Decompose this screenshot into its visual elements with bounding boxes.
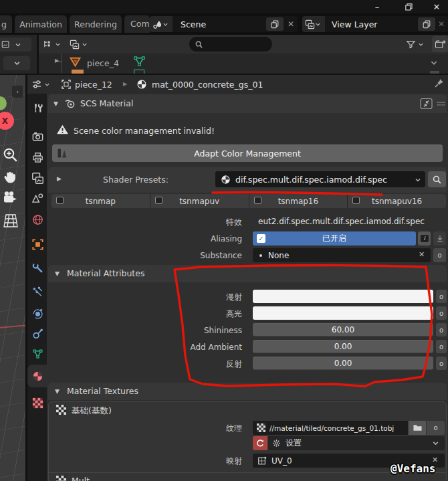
- properties-editor-type-button[interactable]: [31, 77, 55, 92]
- scs-addon-icon: [64, 98, 76, 110]
- constraints-icon: [31, 328, 44, 341]
- tab-animation[interactable]: Animation: [15, 15, 67, 33]
- outliner-filter-button[interactable]: [406, 37, 430, 52]
- clear-substance-button[interactable]: ✕: [419, 251, 425, 258]
- flag-toggle-tsnmapuv16[interactable]: tsnmapuv16: [348, 194, 446, 208]
- warning-icon: [56, 124, 69, 135]
- texture-animate-button[interactable]: o: [427, 421, 445, 435]
- substance-value-text: None: [268, 251, 289, 260]
- empty-cone-icon: [69, 56, 82, 68]
- sidebar-tab-constraints[interactable]: [29, 326, 45, 342]
- aliasing-download-button[interactable]: [433, 231, 446, 246]
- pan-tool-button[interactable]: [1, 169, 19, 187]
- sidebar-tab-material[interactable]: [29, 368, 45, 384]
- texture-reload-button[interactable]: [253, 436, 267, 450]
- panel-collapse-corner-button[interactable]: [419, 98, 433, 110]
- add-ambient-slider[interactable]: 0.00: [253, 340, 433, 353]
- left-editor-type-button[interactable]: [0, 37, 31, 52]
- gizmo-y-axis-ball[interactable]: [0, 96, 7, 110]
- minimize-button[interactable]: –: [364, 0, 390, 13]
- tab-clipped-left[interactable]: g: [0, 15, 12, 33]
- view-layer-unlink-button[interactable]: ✕: [435, 16, 447, 32]
- add-ambient-animate-button[interactable]: o: [436, 340, 447, 353]
- view-layer-type-button[interactable]: [302, 16, 325, 32]
- shader-presets-label-text: Shader Presets:: [103, 175, 169, 185]
- sidebar-tab-modifiers[interactable]: [29, 260, 45, 276]
- region-collapse-arrow[interactable]: ‹: [12, 86, 23, 98]
- pin-button[interactable]: [433, 78, 445, 90]
- shader-preset-search-button[interactable]: [428, 171, 446, 187]
- flag-toggle-tsnmapuv[interactable]: tsnmapuv: [150, 194, 249, 208]
- breadcrumb-object-text: piece_12: [75, 80, 112, 90]
- diffuse-animate-button[interactable]: o: [436, 290, 447, 303]
- sidebar-tab-view-layer[interactable]: [29, 170, 45, 186]
- scene-unlink-button[interactable]: ✕: [285, 16, 297, 32]
- outliner-search-input[interactable]: [189, 37, 272, 52]
- diffuse-color-swatch[interactable]: [253, 290, 433, 303]
- texture-path-text: //material/tiled/concrete_gs_01.tobj: [269, 424, 394, 432]
- adapt-color-management-button[interactable]: Adapt Color Management: [52, 145, 443, 162]
- subpanel-expand-arrow[interactable]: ▶: [57, 175, 62, 182]
- new-collection-button[interactable]: [432, 36, 448, 52]
- outliner-object-name[interactable]: piece_4: [87, 58, 119, 68]
- scene-copy-button[interactable]: [266, 17, 284, 31]
- scene-tab-icon: [31, 192, 44, 205]
- texture-path-field[interactable]: //material/tiled/concrete_gs_01.tobj: [253, 421, 408, 435]
- substance-dropdown[interactable]: None ✕: [253, 248, 431, 262]
- sidebar-tab-output[interactable]: [29, 149, 45, 165]
- texture-slot-title-text: 基础(基数): [72, 405, 112, 415]
- reflection-animate-button[interactable]: o: [436, 357, 447, 370]
- scene-name: Scene: [181, 19, 206, 29]
- view-layer-copy-button[interactable]: [418, 17, 435, 31]
- texture-settings-dropdown[interactable]: 设置: [268, 436, 445, 450]
- breadcrumb-material[interactable]: mat_0000_concrete_gs_01: [152, 80, 263, 90]
- outliner-display-mode-button[interactable]: [43, 37, 67, 52]
- sidebar-tab-texture[interactable]: [29, 395, 45, 411]
- flag-toggle-tsnmap[interactable]: tsnmap: [51, 194, 150, 208]
- texture-browse-button[interactable]: [409, 421, 426, 435]
- panel-collapse-arrow[interactable]: ▼: [55, 388, 60, 395]
- ortho-toggle-button[interactable]: [2, 212, 19, 229]
- sidebar-tab-tool[interactable]: [29, 100, 45, 116]
- breadcrumb-object[interactable]: piece_12: [75, 80, 112, 90]
- restore-button[interactable]: [396, 0, 421, 13]
- scene-type-button[interactable]: [150, 16, 173, 32]
- left-editor-dropdown-button[interactable]: [3, 56, 30, 70]
- substance-animate-button[interactable]: o: [433, 248, 446, 262]
- flag-toggle-tsnmap16[interactable]: tsnmap16: [249, 194, 348, 208]
- checkbox-icon: [254, 197, 261, 204]
- tab-compositing-clipped[interactable]: Com: [124, 15, 150, 33]
- zoom-icon: [1, 146, 19, 164]
- panel-collapse-arrow[interactable]: ▼: [55, 270, 60, 277]
- sidebar-tab-physics[interactable]: [29, 305, 45, 321]
- wrench-icon: [31, 262, 44, 274]
- shininess-slider[interactable]: 60.00: [253, 323, 433, 336]
- gizmo-x-axis-ball[interactable]: X: [0, 112, 14, 130]
- specular-animate-button[interactable]: o: [436, 306, 447, 320]
- sidebar-tab-object-data[interactable]: [29, 346, 45, 362]
- panel-grip-handle[interactable]: [437, 100, 445, 107]
- sidebar-tab-world[interactable]: [29, 211, 45, 227]
- tab-rendering[interactable]: Rendering: [70, 15, 122, 33]
- chevron-down-icon[interactable]: [430, 59, 438, 67]
- sidebar-tab-render[interactable]: [29, 128, 45, 145]
- mesh-data-icon[interactable]: [133, 56, 146, 67]
- next-slot-title-text: Mult: [72, 476, 90, 481]
- reflection-slider[interactable]: 0.00: [253, 357, 433, 370]
- shininess-animate-button[interactable]: o: [436, 323, 447, 336]
- aliasing-toggle[interactable]: ✓ 已开启: [253, 231, 416, 246]
- tree-branch-arrow[interactable]: ▶: [55, 58, 59, 64]
- aliasing-info-button[interactable]: i: [418, 231, 431, 246]
- camera-view-button[interactable]: [1, 189, 19, 207]
- effect-value: eut2.dif.spec.mult.dif.spec.iamod.dif.sp…: [258, 217, 425, 226]
- close-button[interactable]: ✕: [425, 0, 448, 13]
- sidebar-tab-scene[interactable]: [29, 190, 45, 206]
- sidebar-tab-object[interactable]: [29, 236, 45, 252]
- zoom-tool-button[interactable]: [1, 146, 19, 164]
- outliner-filter-display-button[interactable]: [70, 37, 94, 52]
- shader-presets-dropdown[interactable]: dif.spec.mult.dif.spec.iamod.dif.spec: [215, 171, 425, 187]
- restore-icon: [405, 3, 413, 11]
- specular-color-swatch[interactable]: [253, 306, 433, 320]
- panel-collapse-arrow[interactable]: ▼: [53, 100, 58, 107]
- sidebar-tab-particles[interactable]: [29, 284, 45, 300]
